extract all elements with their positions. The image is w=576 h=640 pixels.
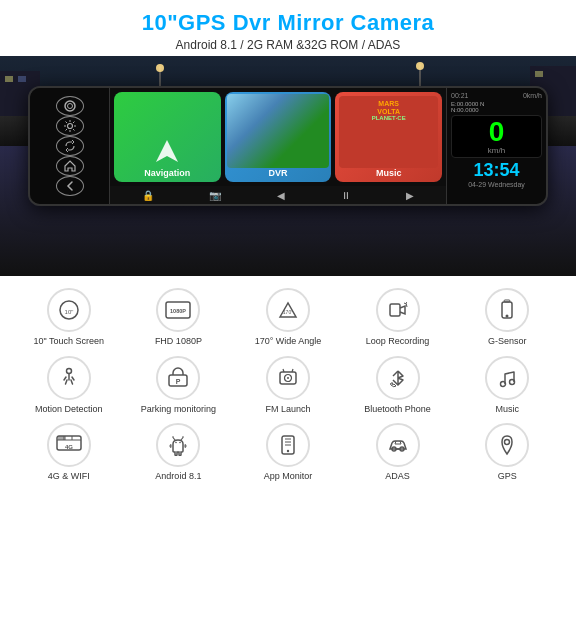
- svg-text:10": 10": [64, 309, 73, 315]
- feature-gps: GPS: [454, 423, 560, 483]
- svg-rect-44: [390, 304, 400, 316]
- fm-label: FM Launch: [265, 404, 310, 416]
- svg-point-79: [505, 440, 510, 445]
- mirror-center-panel: Navigation DVR MARSVOLTA PLANET·CE Music: [110, 88, 446, 204]
- svg-text:P: P: [176, 378, 181, 385]
- svg-line-68: [181, 438, 183, 441]
- mirror-left-panel: [30, 88, 110, 204]
- android-icon: [156, 423, 200, 467]
- page-title: 10"GPS Dvr Mirror Camera: [0, 10, 576, 36]
- features-grid: 10" 10" Touch Screen 1080P FHD 1080P 170…: [16, 288, 560, 483]
- mirror-date: 04-29 Wednesday: [451, 181, 542, 188]
- bluetooth-label: Bluetooth Phone: [364, 404, 431, 416]
- page-subtitle: Android 8.1 / 2G RAM &32G ROM / ADAS: [0, 38, 576, 52]
- gps-label: GPS: [498, 471, 517, 483]
- mirror-section: Navigation DVR MARSVOLTA PLANET·CE Music: [0, 56, 576, 276]
- mirror-top-info: 00:21 0km/h: [451, 92, 542, 99]
- gps-icon: [485, 423, 529, 467]
- feature-motion-detection: Motion Detection: [16, 356, 122, 416]
- svg-point-66: [180, 442, 182, 444]
- app-monitor-label: App Monitor: [264, 471, 313, 483]
- svg-point-36: [67, 104, 72, 109]
- svg-point-27: [156, 64, 164, 72]
- loop-recording-icon: [376, 288, 420, 332]
- feature-loop-recording: Loop Recording: [345, 288, 451, 348]
- svg-point-70: [183, 437, 185, 439]
- svg-point-75: [287, 450, 289, 452]
- adas-icon: [376, 423, 420, 467]
- svg-point-35: [65, 101, 75, 111]
- back-icon-circle: [56, 176, 84, 196]
- svg-point-48: [66, 368, 71, 373]
- 4g-icon: 4G: [47, 423, 91, 467]
- dvr-label: DVR: [269, 168, 288, 178]
- feature-4g: 4G 4G & WIFI: [16, 423, 122, 483]
- svg-text:1080P: 1080P: [170, 308, 186, 314]
- loop-recording-label: Loop Recording: [366, 336, 430, 348]
- svg-text:4G: 4G: [65, 444, 73, 450]
- mirror-device: Navigation DVR MARSVOLTA PLANET·CE Music: [28, 86, 548, 206]
- svg-point-47: [506, 315, 509, 318]
- svg-rect-31: [5, 76, 13, 82]
- parking-label: Parking monitoring: [141, 404, 216, 416]
- gps-coords: E:00.0000 NN:00.0000: [451, 101, 542, 113]
- motion-detection-icon: [47, 356, 91, 400]
- music-label: Music: [376, 168, 402, 178]
- feature-app-monitor: App Monitor: [235, 423, 341, 483]
- music-app: MARSVOLTA PLANET·CE Music: [335, 92, 442, 182]
- dvr-app: DVR: [225, 92, 332, 182]
- wide-angle-icon: 170°: [266, 288, 310, 332]
- speed-unit: km/h: [456, 146, 537, 155]
- nav-label: Navigation: [144, 168, 190, 178]
- feature-wide-angle: 170° 170° Wide Angle: [235, 288, 341, 348]
- feature-fm: FM Launch: [235, 356, 341, 416]
- svg-rect-46: [504, 300, 510, 302]
- mirror-time: 13:54: [451, 160, 542, 181]
- svg-rect-34: [535, 71, 543, 77]
- feature-adas: ADAS: [345, 423, 451, 483]
- wide-angle-label: 170° Wide Angle: [255, 336, 322, 348]
- feature-parking: P Parking monitoring: [126, 356, 232, 416]
- feature-bluetooth: Bluetooth Phone: [345, 356, 451, 416]
- mirror-apps-row: Navigation DVR MARSVOLTA PLANET·CE Music: [110, 88, 446, 186]
- svg-point-37: [67, 124, 72, 129]
- music-label: Music: [495, 404, 519, 416]
- fm-icon: [266, 356, 310, 400]
- music-icon: [485, 356, 529, 400]
- svg-point-57: [510, 379, 515, 384]
- svg-point-65: [176, 442, 178, 444]
- g-sensor-icon: [485, 288, 529, 332]
- feature-music: Music: [454, 356, 560, 416]
- motion-detection-label: Motion Detection: [35, 404, 103, 416]
- speed-display: 0 km/h: [451, 115, 542, 158]
- parking-icon: P: [156, 356, 200, 400]
- svg-rect-32: [18, 76, 26, 82]
- speed-top: 0km/h: [523, 92, 542, 99]
- svg-text:170°: 170°: [283, 309, 293, 315]
- bluetooth-icon: [376, 356, 420, 400]
- fhd-label: FHD 1080P: [155, 336, 202, 348]
- mirror-bottom-bar: 🔒 📷 ◀ ⏸ ▶: [110, 186, 446, 204]
- speed-value: 0: [456, 118, 537, 146]
- feature-touch-screen: 10" 10" Touch Screen: [16, 288, 122, 348]
- time-counter: 00:21: [451, 92, 469, 99]
- svg-point-56: [501, 381, 506, 386]
- svg-point-53: [287, 377, 289, 379]
- fhd-icon: 1080P: [156, 288, 200, 332]
- mirror-right-panel: 00:21 0km/h E:00.0000 NN:00.0000 0 km/h …: [446, 88, 546, 204]
- feature-fhd: 1080P FHD 1080P: [126, 288, 232, 348]
- svg-marker-38: [156, 140, 178, 162]
- rotate-icon-circle: [56, 136, 84, 156]
- header: 10"GPS Dvr Mirror Camera Android 8.1 / 2…: [0, 0, 576, 56]
- settings-icon-circle: [56, 116, 84, 136]
- touch-screen-label: 10" Touch Screen: [34, 336, 105, 348]
- feature-g-sensor: G-Sensor: [454, 288, 560, 348]
- android-label: Android 8.1: [155, 471, 201, 483]
- adas-label: ADAS: [385, 471, 410, 483]
- svg-point-69: [173, 437, 175, 439]
- svg-point-29: [416, 62, 424, 70]
- nav-app: Navigation: [114, 92, 221, 182]
- feature-android: Android 8.1: [126, 423, 232, 483]
- svg-line-67: [173, 438, 175, 441]
- touch-screen-icon: 10": [47, 288, 91, 332]
